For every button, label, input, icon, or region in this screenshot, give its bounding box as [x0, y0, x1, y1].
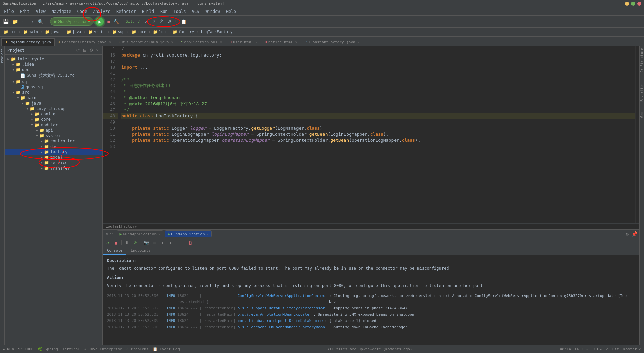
log-logger-4[interactable]: com.alibaba.druid.pool.DruidDataSource	[238, 318, 323, 324]
maximize-btn[interactable]	[631, 2, 635, 6]
menu-vcs[interactable]: VCS	[189, 8, 202, 15]
tree-item-transfer[interactable]: ▶ 📁 transfer	[5, 166, 102, 171]
nav-main[interactable]: 📁main	[22, 29, 40, 35]
log-logger-3[interactable]: o.s.j.e.a.AnnotationMBeanExporter	[238, 312, 312, 318]
search-btn[interactable]: 🔍	[37, 18, 44, 25]
git-checkmark[interactable]: ✓	[136, 18, 142, 25]
close-btn[interactable]	[637, 2, 641, 6]
status-event-log-btn[interactable]: 📋 Event Log	[153, 347, 180, 351]
menu-build[interactable]: Build	[139, 8, 157, 15]
tree-item-model[interactable]: ▶ 📁 model	[5, 155, 102, 160]
status-terminal-btn[interactable]: Terminal	[62, 347, 80, 351]
status-encoding[interactable]: UTF-8 ✓	[593, 347, 608, 351]
tree-item-doc[interactable]: ▼ 📁 doc	[5, 67, 102, 72]
run-filter-btn[interactable]: ≡	[151, 239, 158, 246]
log-logger-5[interactable]: o.s.c.ehcache.EhCacheManagerFactoryBean	[238, 324, 325, 330]
run-endpoints-tab[interactable]: Endpoints	[126, 247, 155, 255]
favorites-panel-tab[interactable]: Favorites	[639, 81, 644, 104]
project-close-btn[interactable]: ×	[95, 47, 100, 53]
tab-close-applicationyml[interactable]: ×	[220, 40, 222, 44]
run-tab-2-close[interactable]: ×	[207, 232, 209, 236]
run-pin-btn[interactable]: 📌	[631, 231, 637, 237]
tree-item-infer-cycle[interactable]: ▶ 📁 Infer cycle	[5, 56, 102, 62]
nav-src[interactable]: 📁src	[2, 29, 18, 35]
tree-item-dao[interactable]: ▶ 📁 dao	[5, 144, 102, 149]
run-restart-btn[interactable]: ↺	[104, 239, 112, 246]
tab-close-bizexceptionenum[interactable]: ×	[171, 40, 173, 44]
status-javaee-btn[interactable]: ☕ Java Enterprise	[84, 347, 122, 351]
tab-close-constantfactory[interactable]: ×	[109, 40, 111, 44]
run-tab-1[interactable]: ▶ GunsApplication ×	[117, 230, 164, 237]
menu-analyze[interactable]: Analyze	[90, 8, 113, 15]
nav-logtaskfactory[interactable]: LogTaskFactory	[199, 29, 234, 35]
tree-item-factory[interactable]: ▶ 📁 factory	[5, 149, 102, 155]
run-scroll-down-btn[interactable]: ⬇	[167, 239, 174, 246]
forward-btn[interactable]: →	[28, 18, 35, 25]
status-position[interactable]: 48:14	[560, 347, 571, 351]
tree-item-system[interactable]: ▼ 📁 system	[5, 133, 102, 138]
git-update[interactable]: ↙	[143, 18, 149, 25]
project-panel-tab[interactable]: 1: Project	[0, 46, 5, 72]
git-history[interactable]: ⏱	[158, 18, 165, 25]
run-layout-btn[interactable]: ⊟	[178, 239, 186, 246]
tab-logtaskfactory[interactable]: J LogTaskFactory.java	[1, 38, 55, 46]
nav-sup[interactable]: 📁sup	[111, 29, 126, 35]
menu-tools[interactable]: Tools	[171, 8, 189, 15]
tab-iconstantfactory[interactable]: I IConstantFactory.java ×	[301, 38, 363, 46]
status-git[interactable]: Git: master ✓	[612, 347, 641, 351]
code-editor[interactable]: /.. package cn.yrcti.sup.core.log.factor…	[118, 46, 635, 223]
git-push[interactable]: ↗	[151, 18, 157, 25]
tree-item-src[interactable]: ▼ 📁 src	[5, 90, 102, 95]
tree-item-cnyrcti[interactable]: ▼ 📁 cn.yrcti.sup	[5, 106, 102, 111]
run-step-btn[interactable]: ⟳	[132, 239, 139, 246]
nav-java[interactable]: 📁java	[43, 29, 62, 35]
git-revert[interactable]: ↺	[166, 18, 172, 25]
tree-item-guns-md[interactable]: 📄 Guns 技术文档 v5.1.md	[5, 72, 102, 79]
git-branches[interactable]: ⑂	[174, 18, 178, 25]
project-sync-btn[interactable]: ⟳	[75, 47, 81, 53]
tab-constantfactory[interactable]: J ConstantFactory.java ×	[55, 38, 115, 46]
run-pause-btn[interactable]: ⏸	[123, 239, 131, 246]
tab-noticehtml[interactable]: H notice.html ×	[261, 38, 301, 46]
tree-item-idea[interactable]: ▶ 📁 .idea	[5, 62, 102, 67]
git-annotate[interactable]: 📋	[180, 18, 188, 25]
menu-code[interactable]: Code	[75, 8, 90, 15]
nav-factory[interactable]: 📁factory	[171, 29, 196, 35]
menu-view[interactable]: View	[33, 8, 48, 15]
tab-applicationyml[interactable]: Y application.yml ×	[177, 38, 226, 46]
nav-log[interactable]: 📁log	[151, 29, 167, 35]
tree-item-java[interactable]: ▼ 📁 java	[5, 101, 102, 106]
run-stop-btn[interactable]: ■	[112, 239, 120, 246]
build-btn[interactable]: 🔨	[112, 18, 120, 25]
run-settings-btn[interactable]: ⚙	[626, 231, 629, 237]
menu-window[interactable]: Window	[202, 8, 222, 15]
status-run-btn[interactable]: ▶ Run	[3, 347, 14, 351]
tab-close-noticehtml[interactable]: ×	[295, 40, 297, 44]
run-button[interactable]: ▶	[95, 17, 104, 26]
nav-java2[interactable]: 📁java	[65, 29, 83, 35]
nav-core[interactable]: 📁core	[130, 29, 148, 35]
minimize-btn[interactable]	[625, 2, 629, 6]
tree-item-guns-sql[interactable]: 🗄 guns.sql	[5, 84, 102, 90]
status-spring-btn[interactable]: 🌿 Spring	[38, 347, 58, 351]
tab-close-userhtml[interactable]: ×	[256, 40, 258, 44]
menu-refactor[interactable]: Refactor	[114, 8, 139, 15]
status-crlf[interactable]: CRLF ✓	[575, 347, 589, 351]
tree-item-controller[interactable]: ▶ 📁 controller	[5, 138, 102, 144]
tree-item-core[interactable]: ▼ 📁 core	[5, 117, 102, 122]
tree-item-modular[interactable]: ▼ 📁 modular	[5, 122, 102, 128]
menu-file[interactable]: File	[1, 8, 17, 15]
save-all-btn[interactable]: 💾	[2, 18, 10, 25]
run-scroll-up-btn[interactable]: ⬆	[159, 239, 166, 246]
app-selector-btn[interactable]: ▶ GunsApplication ▾	[50, 17, 94, 26]
log-logger-1[interactable]: ConfigServletWebServerApplicationContext	[237, 293, 327, 305]
stop-btn[interactable]: ■	[106, 18, 111, 25]
back-btn[interactable]: ←	[20, 18, 27, 25]
run-tab-2[interactable]: ▶ GunsApplication ×	[165, 230, 212, 237]
run-tab-1-close[interactable]: ×	[158, 232, 160, 236]
run-trash-btn[interactable]: 🗑	[186, 239, 194, 246]
status-problems-btn[interactable]: ⚠ Problems	[126, 347, 148, 351]
menu-help[interactable]: Help	[223, 8, 239, 15]
web-panel-tab[interactable]: Web	[639, 110, 644, 120]
log-logger-2[interactable]: o.s.c.support.DefaultLifecycleProcessor	[238, 305, 325, 311]
